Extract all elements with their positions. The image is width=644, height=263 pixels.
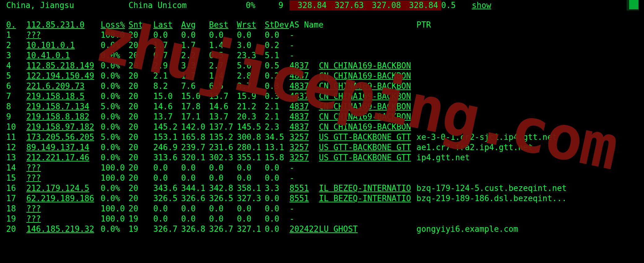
hop-asn[interactable]: 202422 xyxy=(289,224,319,234)
hop-asn[interactable]: 4837 xyxy=(289,91,319,101)
col-snt: Snt xyxy=(128,20,153,30)
hop-ip[interactable]: 173.205.56.205 xyxy=(26,132,101,142)
hop-best: 13.7 xyxy=(209,112,237,122)
hop-row: 6221.6.209.730.0%208.27.66.58.70.34837CN… xyxy=(0,81,644,91)
hop-last: 0.0 xyxy=(153,173,181,183)
hop-asn[interactable]: 8551 xyxy=(289,183,319,193)
hop-loss: 100.0 xyxy=(101,214,128,224)
hop-stdev: 2.3 xyxy=(265,122,289,132)
hop-ip[interactable]: 62.219.189.186 xyxy=(26,193,101,204)
hop-snt: 20 xyxy=(128,50,153,61)
hop-wrst: 15.9 xyxy=(237,91,265,101)
hop-last: 0.0 xyxy=(153,30,181,40)
hop-asn[interactable]: 8551 xyxy=(289,193,319,204)
hop-ip[interactable]: 89.149.137.14 xyxy=(26,142,101,153)
hop-last: 2.9 xyxy=(153,61,181,71)
hop-ip[interactable]: 112.85.218.149 xyxy=(26,61,101,71)
hop-stdev: 5.1 xyxy=(265,50,289,61)
hop-stdev: 15.8 xyxy=(265,153,289,163)
hop-ip[interactable]: 219.158.7.134 xyxy=(26,101,101,112)
hop-ip[interactable]: 10.101.0.1 xyxy=(26,40,101,50)
show-link[interactable]: show xyxy=(466,0,497,11)
hop-avg: 3.3 xyxy=(181,61,209,71)
hop-index: 6 xyxy=(0,81,26,91)
hop-index: 2 xyxy=(0,40,26,50)
hop-asname: US GTT-BACKBONE GTT xyxy=(319,153,416,163)
hop-asn[interactable]: 3257 xyxy=(289,142,319,153)
hop-asn[interactable]: 3257 xyxy=(289,153,319,163)
hop-loss: 0.0% xyxy=(101,112,128,122)
hop-ip[interactable]: 221.6.209.73 xyxy=(26,81,101,91)
hop-ip[interactable]: 219.158.18.5 xyxy=(26,91,101,101)
hop-ip[interactable]: ??? xyxy=(26,163,101,173)
hop-ip[interactable]: 212.179.124.5 xyxy=(26,183,101,193)
hop-row: 10219.158.97.1820.0%20145.2142.0137.7145… xyxy=(0,122,644,132)
hop-row: 15???100.0200.00.00.00.00.0- xyxy=(0,173,644,183)
hop-asn[interactable]: 4837 xyxy=(289,71,319,81)
hop-ip[interactable]: ??? xyxy=(26,173,101,183)
hop-ip[interactable]: 212.221.17.46 xyxy=(26,153,101,163)
hop-loss: 100.0 xyxy=(101,173,128,183)
col-last: Last xyxy=(153,20,181,30)
hop-last: 14.6 xyxy=(153,101,181,112)
hop-wrst: 0.0 xyxy=(237,214,265,224)
hop-row: 310.41.0.10.0%200.72.20.523.35.1- xyxy=(0,50,644,61)
hop-index: 16 xyxy=(0,183,26,193)
hop-stdev: 13.1 xyxy=(265,142,289,153)
hop-last: 15.0 xyxy=(153,91,181,101)
hop-asn[interactable]: 4837 xyxy=(289,112,319,122)
hop-row: 1762.219.189.1860.0%20326.5326.6326.5327… xyxy=(0,193,644,204)
hop-last: 326.7 xyxy=(153,224,181,234)
hop-ip[interactable]: ??? xyxy=(26,30,101,40)
hop-loss: 0.0% xyxy=(101,40,128,50)
location: China, Jiangsu xyxy=(0,0,128,11)
hop-ptr: gongyiyi6.example.com xyxy=(416,224,644,234)
hop-ip[interactable]: 122.194.150.49 xyxy=(26,71,101,81)
hop-asname: CN CHINA169-BACKBON xyxy=(319,71,416,81)
col-loss: Loss% xyxy=(101,20,128,30)
hop-ip[interactable]: 219.158.97.182 xyxy=(26,122,101,132)
hop-index: 18 xyxy=(0,204,26,214)
hop-ip[interactable]: 219.158.8.182 xyxy=(26,112,101,122)
hop-row: 1289.149.137.140.0%20246.9239.7231.6280.… xyxy=(0,142,644,153)
hop-ip[interactable]: 146.185.219.32 xyxy=(26,224,101,234)
top-wrst: 328.84 xyxy=(402,0,441,11)
hop-ptr: xe-3-0-1.cr2-sjc1.ip4.gtt.net xyxy=(416,132,644,142)
hop-avg: 165.8 xyxy=(181,132,209,142)
hop-asn: - xyxy=(289,40,319,50)
hop-snt: 20 xyxy=(128,153,153,163)
col-ip: 112.85.231.0 xyxy=(26,20,101,30)
hop-best: 1.4 xyxy=(209,71,237,81)
hop-loss: 0.0% xyxy=(101,91,128,101)
hop-asn[interactable]: 4837 xyxy=(289,122,319,132)
hop-snt: 20 xyxy=(128,122,153,132)
top-stdev: 0.5 xyxy=(441,0,466,11)
hop-ptr xyxy=(416,214,644,224)
hop-asn[interactable]: 3257 xyxy=(289,132,319,142)
hop-last: 153.1 xyxy=(153,132,181,142)
hop-row: 16212.179.124.50.0%20343.6344.1342.8358.… xyxy=(0,183,644,193)
hop-asn[interactable]: 4837 xyxy=(289,61,319,71)
hop-last: 2.1 xyxy=(153,71,181,81)
hop-ip[interactable]: ??? xyxy=(26,204,101,214)
hop-index: 14 xyxy=(0,163,26,173)
hop-ip[interactable]: 10.41.0.1 xyxy=(26,50,101,61)
hop-index: 11 xyxy=(0,132,26,142)
hop-ip[interactable]: ??? xyxy=(26,214,101,224)
hop-wrst: 327.3 xyxy=(237,193,265,204)
hop-asn[interactable]: 4837 xyxy=(289,101,319,112)
hop-asn[interactable]: 4837 xyxy=(289,81,319,91)
hop-loss: 0.0% xyxy=(101,183,128,193)
hop-ptr xyxy=(416,204,644,214)
hop-best: 302.3 xyxy=(209,153,237,163)
hop-ptr xyxy=(416,163,644,173)
hop-index: 17 xyxy=(0,193,26,204)
hop-last: 0.7 xyxy=(153,50,181,61)
header-row: 0. 112.85.231.0 Loss% Snt Last Avg Best … xyxy=(0,20,644,30)
hop-loss: 0.0% xyxy=(101,153,128,163)
hop-last: 0.0 xyxy=(153,214,181,224)
hop-snt: 20 xyxy=(128,40,153,50)
col-best: Best xyxy=(209,20,237,30)
hop-index: 19 xyxy=(0,214,26,224)
hop-loss: 0.0% xyxy=(101,142,128,153)
